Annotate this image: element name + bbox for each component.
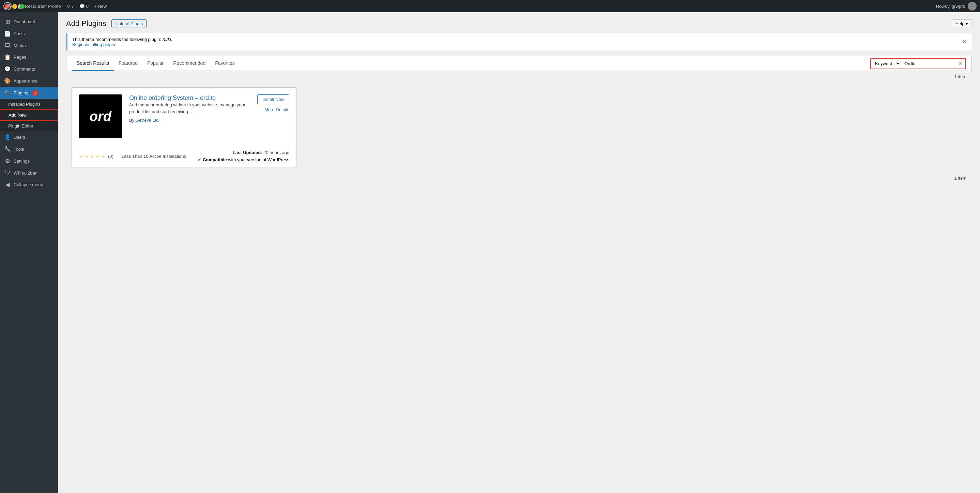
- plugin-logo: ord: [79, 94, 123, 138]
- tab-search-results-label: Search Results: [77, 61, 109, 66]
- tabs-container: Search Results Featured Popular Recommen…: [66, 56, 972, 71]
- updates-count: 7: [72, 4, 74, 9]
- sidebar-item-fail2ban[interactable]: 🛡 WP fail2ban: [0, 167, 58, 179]
- compatibility: ✔ Compatible with your version of WordPr…: [197, 157, 289, 162]
- sidebar-label-comments: Comments: [14, 67, 35, 72]
- plugin-info: Online ordering System – ord.to Add menu…: [129, 94, 250, 123]
- sidebar-item-plugin-editor[interactable]: Plugin Editor: [0, 121, 58, 131]
- comments-count: 0: [86, 4, 89, 9]
- sidebar-label-fail2ban: WP fail2ban: [14, 171, 38, 176]
- ratings-area: ★ ★ ★ ★ ★ (0): [79, 153, 113, 160]
- tab-search-results[interactable]: Search Results: [72, 56, 114, 71]
- theme-notice: This theme recommends the following plug…: [66, 34, 972, 51]
- tab-popular-label: Popular: [147, 61, 164, 66]
- comments-link[interactable]: 💬 0: [80, 4, 89, 9]
- site-name-text: Restaurant Pronto: [25, 4, 61, 9]
- search-filter-select[interactable]: Keyword Author Tag: [871, 59, 901, 69]
- plugins-badge: 1: [32, 90, 38, 96]
- notice-plugin-name: Kirki: [162, 37, 171, 42]
- plugin-author-prefix: By: [129, 118, 134, 123]
- ratings-count: (0): [108, 154, 113, 159]
- sidebar-label-posts: Posts: [14, 31, 25, 36]
- star-1: ★: [79, 153, 83, 160]
- plugin-card-top: ord Online ordering System – ord.to Add …: [72, 88, 296, 145]
- appearance-icon: 🎨: [4, 78, 11, 84]
- sidebar-item-posts[interactable]: 📄 Posts: [0, 28, 58, 40]
- tab-popular[interactable]: Popular: [142, 56, 168, 71]
- maximize-button[interactable]: [20, 4, 24, 9]
- sidebar-item-dashboard[interactable]: ⊞ Dashboard: [0, 16, 58, 28]
- sidebar-item-settings[interactable]: ⚙ Settings: [0, 155, 58, 167]
- plugin-card-bottom: ★ ★ ★ ★ ★ (0) Less Than 10 Active Instal…: [72, 145, 296, 167]
- search-clear-button[interactable]: ✕: [956, 61, 965, 66]
- fail2ban-icon: 🛡: [4, 170, 11, 176]
- posts-icon: 📄: [4, 30, 11, 37]
- sidebar-item-collapse[interactable]: ◀ Collapse menu: [0, 179, 58, 191]
- star-2: ★: [84, 153, 89, 160]
- plugin-logo-text: ord: [90, 109, 111, 124]
- sidebar-label-collapse: Collapse menu: [14, 182, 43, 187]
- pages-icon: 📋: [4, 54, 11, 61]
- search-input[interactable]: [901, 59, 956, 68]
- notice-period: .: [171, 37, 172, 42]
- plugins-submenu: Installed Plugins Add New Plugin Editor: [0, 99, 58, 131]
- plugin-name-link[interactable]: Online ordering System – ord.to: [129, 94, 216, 101]
- sidebar-item-media[interactable]: 🖼 Media: [0, 40, 58, 51]
- sidebar-item-comments[interactable]: 💬 Comments: [0, 63, 58, 75]
- compat-check-icon: ✔: [197, 157, 201, 162]
- dashboard-icon: ⊞: [4, 18, 11, 25]
- tab-recommended[interactable]: Recommended: [168, 56, 210, 71]
- plugin-actions: Install Now More Details: [257, 94, 289, 112]
- comments-icon: 💬: [80, 4, 85, 9]
- star-rating: ★ ★ ★ ★ ★: [79, 153, 105, 160]
- help-button[interactable]: Help ▾: [952, 19, 972, 28]
- sidebar-item-tools[interactable]: 🔧 Tools: [0, 143, 58, 155]
- admin-bar-left: 🏠 Restaurant Pronto ↻ 7 💬 0 + New: [3, 2, 936, 10]
- sidebar-item-installed-plugins[interactable]: Installed Plugins: [0, 99, 58, 109]
- updates-icon: ↻: [67, 4, 70, 9]
- begin-installing-link[interactable]: Begin installing plugin: [72, 42, 115, 47]
- star-5: ★: [100, 153, 105, 160]
- more-details-link[interactable]: More Details: [264, 107, 289, 112]
- install-now-button[interactable]: Install Now: [257, 94, 289, 104]
- sidebar-label-dashboard: Dashboard: [14, 19, 35, 24]
- plugin-description: Add menu or ordering widget to your webs…: [129, 102, 250, 115]
- sidebar-item-add-new[interactable]: Add New: [0, 109, 58, 121]
- tab-featured-label: Featured: [119, 61, 138, 66]
- sidebar-label-appearance: Appearance: [14, 78, 38, 83]
- compat-text: Compatible with your version of WordPres…: [203, 157, 289, 162]
- star-4: ★: [95, 153, 100, 160]
- upload-plugin-button[interactable]: Upload Plugin: [111, 19, 146, 28]
- main-content: Add Plugins Upload Plugin Help ▾ This th…: [58, 12, 980, 493]
- avatar[interactable]: [968, 2, 977, 11]
- admin-bar: 🏠 Restaurant Pronto ↻ 7 💬 0 + New Howdy,…: [0, 0, 980, 12]
- plugins-icon: 🔌: [4, 90, 11, 96]
- item-count-bottom: 1 item: [66, 173, 972, 183]
- updates-link[interactable]: ↻ 7: [67, 4, 74, 9]
- minimize-button[interactable]: [12, 4, 17, 9]
- sidebar-item-plugins[interactable]: 🔌 Plugins 1: [0, 87, 58, 99]
- plugin-card: ord Online ordering System – ord.to Add …: [72, 87, 296, 168]
- page-title: Add Plugins: [66, 19, 106, 28]
- item-count-top: 1 item: [66, 71, 972, 82]
- sidebar-label-plugins: Plugins: [14, 90, 28, 96]
- tabs-header: Search Results Featured Popular Recommen…: [67, 56, 972, 71]
- tab-featured[interactable]: Featured: [114, 56, 142, 71]
- sidebar-item-users[interactable]: 👤 Users: [0, 131, 58, 143]
- sidebar-label-tools: Tools: [14, 147, 24, 152]
- sidebar-item-appearance[interactable]: 🎨 Appearance: [0, 75, 58, 87]
- tab-recommended-label: Recommended: [173, 61, 205, 66]
- new-content-link[interactable]: + New: [94, 4, 107, 9]
- notice-close-button[interactable]: ✕: [962, 39, 967, 45]
- sidebar-item-pages[interactable]: 📋 Pages: [0, 51, 58, 63]
- sidebar-label-users: Users: [14, 135, 25, 140]
- admin-bar-right: Howdy, grwprs: [936, 2, 977, 11]
- plugin-author-link[interactable]: Getreve Ltd: [135, 118, 159, 123]
- tab-favorites[interactable]: Favorites: [210, 56, 240, 71]
- new-label: + New: [94, 4, 107, 9]
- window-controls: [5, 4, 24, 9]
- media-icon: 🖼: [4, 42, 11, 48]
- page-header: Add Plugins Upload Plugin Help ▾: [66, 19, 972, 28]
- close-button[interactable]: [5, 4, 10, 9]
- comments-nav-icon: 💬: [4, 66, 11, 72]
